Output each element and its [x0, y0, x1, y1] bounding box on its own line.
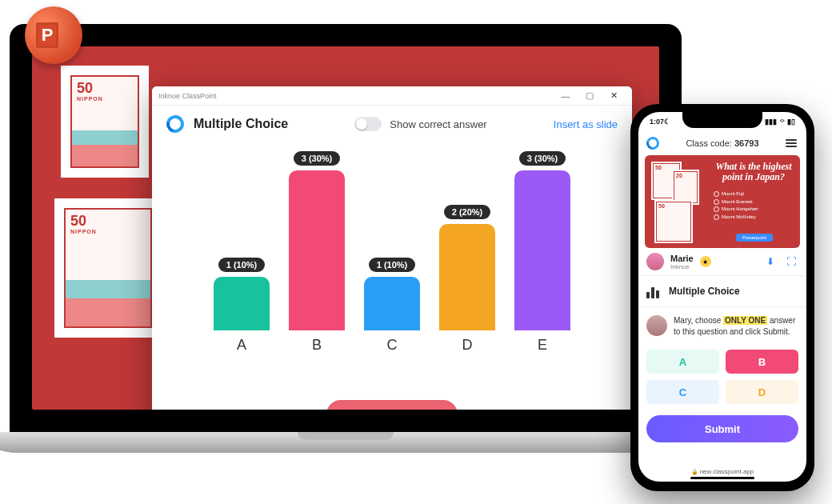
question-type-section: Multiple Choice — [638, 275, 806, 307]
maximize-button[interactable]: ▢ — [578, 90, 602, 101]
show-correct-answer-toggle[interactable] — [354, 117, 382, 131]
powerpoint-icon: P — [36, 22, 58, 48]
stamp-graphic: 50 NIPPON — [54, 198, 162, 338]
window-chrome: Inknoe ClassPoint — ▢ ✕ — [152, 86, 632, 106]
slide-play-button[interactable]: Powerpoint — [736, 234, 773, 242]
window-title: Inknoe ClassPoint — [158, 92, 554, 100]
menu-button[interactable] — [786, 138, 798, 149]
instruction-row: Mary, choose ONLY ONE answer to this que… — [638, 307, 806, 345]
instructor-avatar — [646, 315, 667, 336]
bar-body — [364, 277, 420, 330]
option-b[interactable]: B — [726, 350, 798, 374]
option-d[interactable]: D — [726, 380, 798, 404]
bar-b: 3 (30%)B — [289, 151, 345, 354]
classpoint-window: Inknoe ClassPoint — ▢ ✕ Multiple Choice … — [152, 86, 632, 410]
stamp-graphic: 50 NIPPON — [61, 66, 149, 178]
user-org: Inknoe — [670, 263, 694, 270]
option-c[interactable]: C — [646, 380, 719, 404]
classpoint-logo-icon — [644, 134, 662, 152]
bar-value-badge: 3 (30%) — [519, 151, 566, 166]
bar-category-label: E — [538, 337, 547, 354]
bar-body — [514, 170, 570, 330]
answer-options: A B C D — [638, 345, 806, 409]
bar-c: 1 (10%)C — [364, 258, 420, 354]
bar-body — [289, 170, 345, 330]
bar-category-label: B — [312, 337, 322, 354]
results-chart: 1 (10%)A3 (30%)B1 (10%)C2 (20%)D3 (30%)E — [152, 142, 632, 390]
bar-body — [439, 224, 495, 330]
page-url: new.classpoint.app — [638, 466, 806, 477]
bar-category-label: A — [237, 337, 246, 354]
download-button[interactable]: ⬇ — [763, 256, 778, 267]
bar-body — [214, 277, 270, 330]
option-a[interactable]: A — [646, 350, 719, 374]
classpoint-logo-icon — [163, 112, 187, 136]
close-window-button[interactable]: ✕ — [602, 90, 626, 101]
presentation-slide: 50 NIPPON 50 NIPPON est Inkno — [32, 46, 659, 410]
class-code: Class code: 36793 — [659, 138, 786, 148]
home-indicator[interactable] — [690, 477, 754, 479]
stamp-region: NIPPON — [77, 96, 103, 102]
do-not-disturb-icon: ☾ — [664, 118, 670, 126]
wifi-icon: ⌔ — [780, 118, 784, 126]
user-row: Marie Inknoe ★ ⬇ ⛶ — [638, 248, 806, 275]
user-name: Marie — [670, 254, 694, 263]
powerpoint-badge: P — [25, 6, 82, 64]
bar-category-label: C — [387, 337, 398, 354]
slide-thumbnail[interactable]: 50 20 50 What is the highest point in Ja… — [645, 155, 800, 248]
status-time: 1:07 — [650, 118, 664, 126]
close-submission-button[interactable]: Close submission — [326, 400, 458, 410]
bar-value-badge: 1 (10%) — [218, 258, 266, 272]
bar-chart-icon — [646, 284, 661, 298]
battery-icon: ▮▯ — [787, 118, 795, 126]
user-avatar — [646, 253, 664, 270]
show-correct-answer-label: Show correct answer — [390, 118, 486, 130]
laptop-base — [0, 432, 706, 453]
question-type-label: Multiple Choice — [669, 286, 740, 297]
minimize-button[interactable]: — — [554, 91, 578, 101]
expand-button[interactable]: ⛶ — [784, 256, 798, 267]
bar-d: 2 (20%)D — [439, 205, 495, 354]
bar-value-badge: 1 (10%) — [369, 258, 416, 272]
laptop-device: 50 NIPPON 50 NIPPON est Inkno — [10, 24, 682, 472]
bar-e: 3 (30%)E — [514, 151, 570, 354]
stamp-value: 50 — [77, 80, 93, 97]
bar-value-badge: 3 (30%) — [294, 151, 341, 166]
modal-title: Multiple Choice — [194, 117, 288, 131]
signal-icon: ▮▮▮ — [765, 118, 777, 126]
phone-device: 1:07 ☾ ▮▮▮ ⌔ ▮▯ Class code: 36793 50 20 … — [630, 104, 814, 491]
bar-a: 1 (10%)A — [214, 258, 270, 354]
insert-as-slide-link[interactable]: Insert as slide — [554, 118, 618, 130]
slide-options: Mount Fuji Mount Everest Mount Hongshan … — [714, 190, 794, 221]
stamp-value: 50 — [70, 213, 86, 230]
bar-value-badge: 2 (20%) — [444, 205, 491, 219]
bar-category-label: D — [462, 337, 473, 354]
phone-notch — [682, 112, 762, 128]
instruction-text: Mary, choose ONLY ONE answer to this que… — [674, 315, 798, 337]
stamp-region: NIPPON — [70, 229, 97, 234]
slide-question: What is the highest point in Japan? — [714, 162, 794, 182]
crown-badge-icon: ★ — [700, 256, 711, 267]
submit-button[interactable]: Submit — [646, 415, 798, 442]
